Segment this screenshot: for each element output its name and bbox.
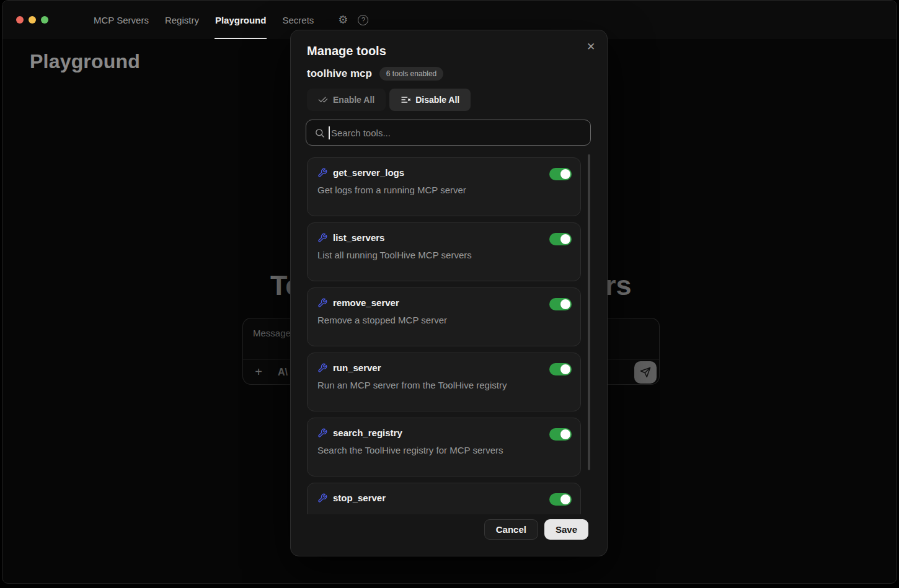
toggle-knob: [560, 494, 570, 504]
manage-tools-dialog: Manage tools ✕ toolhive mcp 6 tools enab…: [290, 30, 608, 556]
tool-name: list_servers: [333, 232, 384, 243]
zoom-window-button[interactable]: [41, 16, 48, 24]
check-check-icon: [318, 95, 328, 105]
dialog-footer: Cancel Save: [484, 519, 588, 540]
tool-description: Get logs from a running MCP server: [317, 185, 570, 195]
wrench-icon: [317, 428, 327, 438]
main-nav: MCP Servers Registry Playground Secrets: [93, 1, 314, 39]
disable-all-label: Disable All: [415, 95, 459, 105]
app-window: MCP Servers Registry Playground Secrets …: [2, 0, 897, 584]
tool-description: Search the ToolHive registry for MCP ser…: [317, 445, 570, 455]
tools-enabled-badge: 6 tools enabled: [379, 67, 443, 81]
toggle-knob: [560, 234, 570, 244]
list-x-icon: [401, 95, 410, 105]
close-icon[interactable]: ✕: [583, 39, 598, 54]
toggle-knob: [560, 364, 570, 374]
header-icons: ⚙ ?: [338, 14, 368, 25]
tool-list[interactable]: get_server_logs Get logs from a running …: [307, 157, 581, 514]
tool-card-header: stop_server: [317, 493, 570, 503]
bulk-actions: Enable All Disable All: [307, 89, 471, 111]
tool-description: Run an MCP server from the ToolHive regi…: [317, 380, 570, 390]
tab-mcp-servers[interactable]: MCP Servers: [93, 1, 149, 39]
wrench-icon: [317, 233, 327, 243]
tool-card: remove_server Remove a stopped MCP serve…: [307, 287, 581, 346]
tool-card: run_server Run an MCP server from the To…: [307, 353, 581, 411]
tool-toggle[interactable]: [549, 168, 572, 180]
toggle-knob: [560, 169, 570, 179]
tool-toggle[interactable]: [549, 428, 572, 441]
tool-card-header: get_server_logs: [317, 167, 570, 178]
close-window-button[interactable]: [16, 16, 24, 24]
search-box: [306, 120, 591, 146]
disable-all-button[interactable]: Disable All: [389, 89, 471, 111]
search-tools-input[interactable]: [306, 120, 590, 145]
enable-all-button[interactable]: Enable All: [307, 89, 386, 111]
tool-name: run_server: [333, 362, 381, 373]
server-name: toolhive mcp: [307, 68, 372, 80]
save-button[interactable]: Save: [544, 519, 588, 540]
tool-card: search_registry Search the ToolHive regi…: [307, 418, 581, 476]
traffic-lights: [16, 16, 48, 24]
wrench-icon: [317, 363, 327, 373]
desktop: MCP Servers Registry Playground Secrets …: [0, 0, 899, 588]
tool-card: get_server_logs Get logs from a running …: [307, 157, 581, 216]
tab-registry[interactable]: Registry: [164, 1, 200, 39]
tool-card-header: search_registry: [317, 428, 570, 438]
tool-card-header: run_server: [317, 362, 570, 373]
enable-all-label: Enable All: [333, 95, 374, 105]
tool-description: Remove a stopped MCP server: [317, 315, 570, 325]
settings-gear-icon[interactable]: ⚙: [338, 14, 348, 25]
tool-card-header: remove_server: [317, 297, 570, 308]
tab-playground[interactable]: Playground: [215, 1, 267, 39]
minimize-window-button[interactable]: [29, 16, 36, 24]
cancel-button[interactable]: Cancel: [484, 519, 538, 540]
tool-card-header: list_servers: [317, 232, 570, 243]
server-row: toolhive mcp 6 tools enabled: [307, 67, 443, 81]
tool-toggle[interactable]: [549, 298, 572, 310]
toggle-knob: [560, 429, 570, 439]
tool-name: remove_server: [333, 297, 399, 308]
tool-description: List all running ToolHive MCP servers: [317, 250, 570, 260]
scrollbar-thumb[interactable]: [588, 154, 590, 470]
wrench-icon: [317, 168, 327, 178]
tool-toggle[interactable]: [549, 493, 572, 506]
tool-name: search_registry: [333, 428, 402, 438]
dialog-title: Manage tools: [307, 44, 386, 58]
wrench-icon: [317, 493, 327, 503]
tool-name: stop_server: [333, 493, 386, 503]
tool-card: list_servers List all running ToolHive M…: [307, 222, 581, 281]
tool-name: get_server_logs: [333, 167, 404, 178]
tool-card: stop_server: [307, 483, 581, 514]
tool-toggle[interactable]: [549, 233, 572, 245]
tool-toggle[interactable]: [549, 363, 572, 375]
toggle-knob: [560, 299, 570, 309]
help-icon[interactable]: ?: [358, 15, 368, 25]
wrench-icon: [317, 298, 327, 308]
